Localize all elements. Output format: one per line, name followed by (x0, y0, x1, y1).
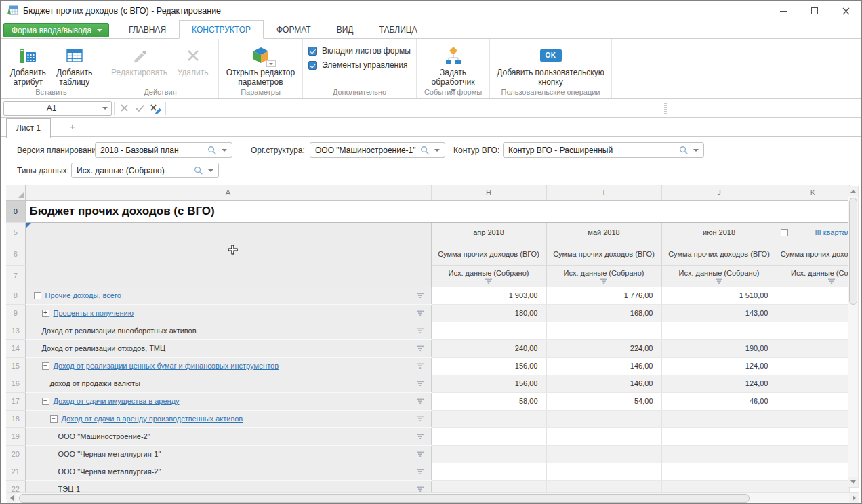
column-header-j[interactable]: J (661, 185, 777, 200)
column-header-i[interactable]: I (546, 185, 661, 200)
filter-icon[interactable] (416, 293, 424, 299)
row-header-cell[interactable]: − Прочие доходы, всего (25, 287, 431, 304)
expand-box[interactable]: + (42, 310, 49, 317)
scroll-up-button[interactable] (848, 186, 858, 196)
period-cell[interactable]: май 2018 (546, 222, 661, 243)
filter-icon[interactable] (416, 451, 424, 457)
row-label[interactable]: Доход от сдачи имущества в аренду (54, 397, 180, 405)
expand-box[interactable]: − (42, 362, 49, 370)
data-cell[interactable] (777, 463, 849, 480)
measure-cell[interactable]: Сумма прочих доходов (ВГО) (661, 243, 777, 265)
row-number[interactable]: 19 (6, 427, 25, 445)
header-corner-cell[interactable] (25, 222, 431, 287)
data-cell[interactable] (777, 410, 849, 427)
close-button[interactable] (830, 1, 861, 21)
data-cell[interactable]: 46,00 (661, 392, 777, 410)
period-cell[interactable]: апр 2018 (431, 222, 546, 243)
row-header-cell[interactable]: ООО "Черная металлургия-2" (25, 463, 431, 480)
maximize-button[interactable] (799, 1, 830, 21)
data-cell[interactable] (431, 410, 546, 427)
version-filter-combo[interactable]: 2018 - Базовый план (95, 142, 232, 158)
row-number[interactable]: 21 (6, 463, 25, 480)
data-cell[interactable] (661, 410, 777, 427)
data-cell[interactable] (546, 427, 661, 445)
vertical-scrollbar[interactable] (848, 186, 859, 488)
data-cell[interactable] (661, 445, 777, 463)
data-cell[interactable] (431, 427, 546, 445)
row-label[interactable]: Доход от реализации отходов, ТМЦ (42, 344, 166, 352)
row-label[interactable]: Доход от реализации ценных бумаг и финан… (54, 362, 279, 370)
search-icon[interactable] (194, 166, 203, 175)
row-number[interactable]: 18 (6, 410, 25, 427)
data-cell[interactable]: 168,00 (546, 304, 661, 322)
checkbox-form-sheet-tabs[interactable]: Вкладки листов формы (308, 46, 411, 56)
scroll-right-button[interactable] (849, 493, 859, 503)
filter-icon[interactable] (416, 398, 424, 404)
formula-bar-grip[interactable] (664, 103, 667, 114)
data-cell[interactable] (546, 322, 661, 339)
data-cell[interactable] (661, 322, 777, 339)
data-cell[interactable]: 58,00 (431, 392, 546, 410)
data-cell[interactable]: 124,00 (661, 357, 777, 375)
row-header-cell[interactable]: доход от продажи валюты (25, 375, 431, 392)
row-header-cell[interactable]: Доход от реализации внеоборотных активов (25, 322, 431, 339)
row-label[interactable]: Прочие доходы, всего (45, 291, 121, 299)
data-cell[interactable]: 54,00 (546, 392, 661, 410)
checkbox-controls[interactable]: Элементы управления (308, 60, 411, 70)
row-label[interactable]: Доход от реализации внеоборотных активов (42, 327, 197, 335)
measure-cell[interactable]: Сумма прочих доходов (ВГО) (777, 243, 849, 265)
column-header-a[interactable]: A (25, 185, 431, 200)
data-cell[interactable] (661, 427, 777, 445)
filter-icon[interactable] (416, 486, 424, 492)
row-number[interactable]: 15 (6, 357, 25, 375)
chevron-down-icon[interactable] (434, 149, 440, 152)
row-label[interactable]: ООО "Машиностроение-2" (58, 432, 150, 440)
param-editor-dropdown[interactable] (266, 60, 276, 67)
filter-icon[interactable] (827, 278, 836, 285)
data-cell[interactable]: 156,00 (431, 357, 546, 375)
data-cell[interactable]: 156,00 (431, 375, 546, 392)
edit-button[interactable]: Редактировать (107, 42, 172, 79)
sheet-tab-list1[interactable]: Лист 1 (6, 118, 51, 138)
data-cell[interactable]: 1 776,00 (546, 287, 661, 304)
vertical-scrollbar-thumb[interactable] (849, 198, 857, 305)
row-label[interactable]: Доход от сдачи в аренду производственных… (62, 415, 243, 423)
scroll-down-button[interactable] (848, 477, 858, 487)
row-number[interactable]: 6 (6, 243, 25, 265)
row-number[interactable]: 7 (6, 265, 25, 287)
row-number[interactable]: 17 (6, 392, 25, 410)
row-number[interactable]: 20 (6, 445, 25, 463)
tab-glavnaya[interactable]: ГЛАВНАЯ (116, 20, 179, 39)
datatype-cell[interactable]: Исх. данные (Собрано) (546, 265, 661, 287)
period-cell-quarter[interactable]: − III квартал (777, 222, 849, 243)
formula-input[interactable] (168, 101, 663, 116)
quarter-link[interactable]: III квартал (815, 228, 850, 236)
row-header-cell[interactable]: − Доход от сдачи в аренду производственн… (25, 410, 431, 427)
row-label[interactable]: ООО "Черная металлургия-1" (58, 450, 161, 458)
chevron-down-icon[interactable] (99, 107, 111, 110)
tab-vid[interactable]: ВИД (324, 20, 367, 39)
column-header-h[interactable]: H (431, 185, 546, 200)
data-cell[interactable]: 1 510,00 (661, 287, 777, 304)
search-icon[interactable] (207, 146, 217, 155)
filter-icon[interactable] (715, 278, 723, 285)
filter-icon[interactable] (416, 328, 424, 334)
filter-icon[interactable] (416, 469, 424, 475)
row-number[interactable]: 16 (6, 375, 25, 392)
filter-icon[interactable] (485, 278, 493, 285)
filter-icon[interactable] (416, 345, 424, 352)
data-cell[interactable] (546, 463, 661, 480)
form-io-menu-button[interactable]: Форма ввода/вывода (3, 23, 109, 37)
contour-filter-combo[interactable]: Контур ВГО - Расширенный (503, 142, 704, 158)
chevron-down-icon[interactable] (222, 149, 227, 152)
column-header-k[interactable]: K (777, 185, 849, 200)
filter-icon[interactable] (416, 381, 424, 387)
data-cell[interactable]: 124,00 (661, 375, 777, 392)
row-number[interactable]: 5 (6, 222, 25, 243)
select-all-corner[interactable] (6, 185, 25, 200)
chevron-down-icon[interactable] (208, 169, 213, 172)
search-icon[interactable] (420, 146, 430, 155)
expand-box[interactable]: − (50, 415, 58, 423)
add-attribute-button[interactable]: Добавить атрибут (5, 42, 52, 88)
data-cell[interactable] (777, 392, 849, 410)
